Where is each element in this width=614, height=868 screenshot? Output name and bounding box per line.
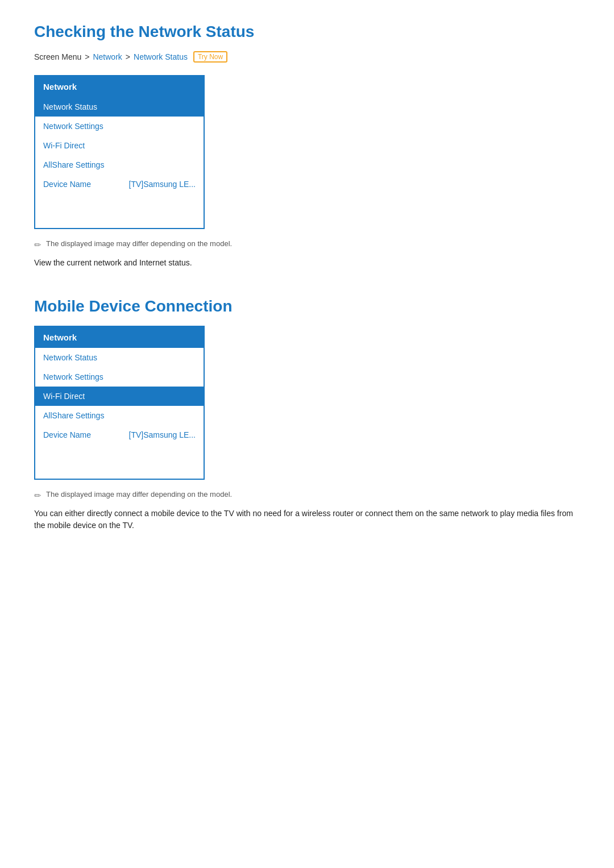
pencil-icon: ✏ — [34, 240, 42, 250]
section1-menu-label-1: Network Settings — [43, 122, 103, 131]
section1-menu-label-3: AllShare Settings — [43, 160, 104, 169]
section1-menu-label-4: Device Name — [43, 180, 91, 189]
section1-description: View the current network and Internet st… — [34, 257, 580, 269]
section1-title: Checking the Network Status — [34, 23, 580, 41]
section1-note-row: ✏ The displayed image may differ dependi… — [34, 239, 580, 250]
breadcrumb-network-status[interactable]: Network Status — [134, 52, 188, 61]
breadcrumb-network[interactable]: Network — [93, 52, 122, 61]
section1-menu-item-4[interactable]: Device Name [TV]Samsung LE... — [35, 175, 204, 194]
section1-menu-item-2[interactable]: Wi-Fi Direct — [35, 136, 204, 155]
section2-menu-label-0: Network Status — [43, 353, 97, 362]
section2-menu-label-2: Wi-Fi Direct — [43, 392, 85, 401]
section1-note: The displayed image may differ depending… — [46, 239, 232, 248]
section1-menu-box: Network Network Status Network Settings … — [34, 75, 205, 229]
section2-menu-label-4: Device Name — [43, 430, 91, 439]
breadcrumb-screen-menu: Screen Menu — [34, 52, 81, 61]
section2-menu-value-4: [TV]Samsung LE... — [129, 430, 196, 439]
breadcrumb-sep2: > — [126, 52, 130, 61]
section2-note: The displayed image may differ depending… — [46, 490, 232, 499]
section1-menu-item-1[interactable]: Network Settings — [35, 117, 204, 136]
try-now-badge[interactable]: Try Now — [193, 51, 227, 63]
section1-menu-item-3[interactable]: AllShare Settings — [35, 155, 204, 175]
section1-menu-header: Network — [35, 76, 204, 97]
section2-menu-header: Network — [35, 327, 204, 348]
section1-menu-value-4: [TV]Samsung LE... — [129, 180, 196, 189]
section2-menu-box: Network Network Status Network Settings … — [34, 326, 205, 480]
section1-menu-label-2: Wi-Fi Direct — [43, 141, 85, 150]
section2-menu-item-2[interactable]: Wi-Fi Direct — [35, 387, 204, 406]
pencil-icon-2: ✏ — [34, 491, 42, 501]
section2-menu-label-1: Network Settings — [43, 372, 103, 381]
section1-menu-spacer — [35, 194, 204, 228]
breadcrumb: Screen Menu > Network > Network Status T… — [34, 51, 580, 63]
section1-menu-item-0[interactable]: Network Status — [35, 97, 204, 117]
section1-menu-label-0: Network Status — [43, 102, 97, 111]
section2-menu-label-3: AllShare Settings — [43, 411, 104, 420]
section2-menu-spacer — [35, 445, 204, 479]
section2-menu-item-0[interactable]: Network Status — [35, 348, 204, 367]
section2-menu-item-1[interactable]: Network Settings — [35, 367, 204, 387]
section2-note-row: ✏ The displayed image may differ dependi… — [34, 490, 580, 501]
section2-title: Mobile Device Connection — [34, 297, 580, 315]
section2-menu-item-4[interactable]: Device Name [TV]Samsung LE... — [35, 425, 204, 445]
section2-menu-item-3[interactable]: AllShare Settings — [35, 406, 204, 425]
breadcrumb-sep1: > — [85, 52, 89, 61]
section2-description: You can either directly connect a mobile… — [34, 508, 580, 531]
